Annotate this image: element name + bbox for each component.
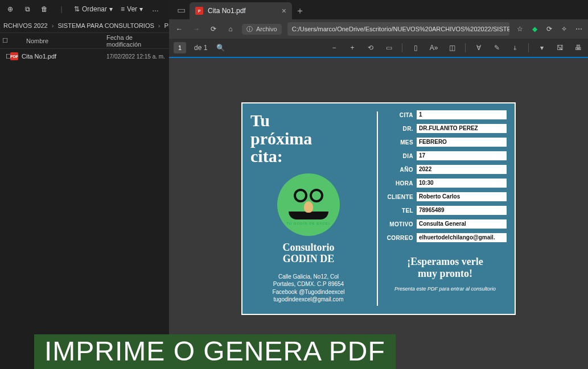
pdf-page: Tupróximacita: TU GODÍN DE EXCEL Consult… xyxy=(242,103,515,314)
crumb[interactable]: SISTEMA PARA CONSULTORIOS xyxy=(57,22,154,29)
logo: TU GODÍN DE EXCEL xyxy=(277,173,340,236)
addr-line: Portales, CDMX. C.P 89654 xyxy=(272,280,344,288)
info-icon: ⓘ xyxy=(246,25,253,34)
file-explorer: ⊕ ⧉ 🗑 | ⇅ Ordenar ▾ ≡ Ver ▾ … RCHIVOS 20… xyxy=(0,0,169,369)
breadcrumb[interactable]: RCHIVOS 2022 › SISTEMA PARA CONSULTORIOS… xyxy=(0,18,169,33)
refresh-icon[interactable]: ⟳ xyxy=(208,25,219,33)
field-value: 1 xyxy=(417,110,507,119)
tab[interactable]: P Cita No1.pdf × xyxy=(190,2,292,19)
erase-icon[interactable]: ⫰ xyxy=(510,44,520,52)
divider xyxy=(465,43,466,52)
read-aloud-icon[interactable]: A» xyxy=(429,44,439,52)
closing-message: ¡Esperamos verlemuy pronto! xyxy=(384,256,507,279)
highlight-icon[interactable]: ✎ xyxy=(492,44,502,52)
field-label: MES xyxy=(384,139,417,146)
field-value: Roberto Carlos xyxy=(417,192,507,201)
scheme-label: Archivo xyxy=(256,26,277,32)
pdf-toolbar: 1 de 1 🔍 − + ⟲ ▭ ▯ A» ◫ ∀ ✎ ⫰ ▾ 🖫 🖶 xyxy=(169,39,588,58)
chevron-down-icon: ▾ xyxy=(109,5,113,13)
field-label: AÑO xyxy=(384,167,417,173)
more-menu[interactable]: … xyxy=(151,5,160,13)
forward-icon[interactable]: → xyxy=(191,25,202,33)
field-label: MOTIVO xyxy=(384,221,417,227)
chevron-right-icon: › xyxy=(158,22,161,29)
field-label: DIA xyxy=(384,153,417,159)
shield-icon[interactable]: ◆ xyxy=(530,25,539,33)
more-icon[interactable]: ⋯ xyxy=(574,25,583,33)
field-label: CITA xyxy=(384,112,417,118)
layout-icon[interactable]: ◫ xyxy=(447,44,457,52)
mustache-icon xyxy=(289,212,328,219)
field-row: MESFEBRERO xyxy=(384,138,507,147)
back-icon[interactable]: ← xyxy=(174,25,185,33)
print-icon[interactable]: 🖶 xyxy=(573,44,583,52)
column-modified[interactable]: Fecha de modificación xyxy=(106,34,169,48)
page-count: de 1 xyxy=(194,44,207,52)
copy-icon[interactable]: ⧉ xyxy=(23,5,32,13)
addr-line: Calle Galicia, No12, Col xyxy=(272,273,344,281)
field-row: CLIENTERoberto Carlos xyxy=(384,192,507,201)
list-header: ☐ Nombre Fecha de modificación xyxy=(0,33,169,49)
zoom-out-icon[interactable]: − xyxy=(329,44,339,52)
file-row[interactable]: ☐ PDF Cita No1.pdf 17/02/2022 12:15 a. m… xyxy=(0,49,169,64)
logo-text: TU GODÍN DE EXCEL xyxy=(286,222,331,225)
field-label: HORA xyxy=(384,180,417,186)
draw-icon[interactable]: ∀ xyxy=(474,44,484,52)
delete-icon[interactable]: 🗑 xyxy=(40,5,49,13)
page-view-icon[interactable]: ▯ xyxy=(410,44,421,52)
zoom-in-icon[interactable]: + xyxy=(347,44,357,52)
field-row: CITA1 xyxy=(384,110,507,119)
sort-menu[interactable]: ⇅ Ordenar ▾ xyxy=(74,5,113,13)
addr-right-icons: ☆ ◆ ⟳ ✧ ⋯ xyxy=(515,25,583,33)
pdf-icon: P xyxy=(195,7,203,15)
checkbox-icon[interactable]: ☐ xyxy=(6,53,10,60)
headline: Tupróximacita: xyxy=(250,111,312,165)
glasses-icon xyxy=(294,189,323,202)
close-icon[interactable]: × xyxy=(282,6,286,15)
new-icon[interactable]: ⊕ xyxy=(6,5,15,13)
vertical-divider xyxy=(377,111,378,306)
address-block: Calle Galicia, No12, Col Portales, CDMX.… xyxy=(272,273,344,304)
save-icon[interactable]: 🖫 xyxy=(555,44,565,52)
window-menu-icon[interactable]: ▭ xyxy=(172,0,190,19)
divider xyxy=(528,43,529,52)
column-name[interactable]: Nombre xyxy=(10,38,106,44)
field-row: HORA10:30 xyxy=(384,179,507,188)
field-value: elhuertodelchilango@gmail. xyxy=(417,233,507,242)
footer-note: Presenta este PDF para entrar al consult… xyxy=(384,286,507,292)
field-row: DIA17 xyxy=(384,151,507,160)
page-input[interactable]: 1 xyxy=(174,42,186,53)
tab-bar: ▭ P Cita No1.pdf × ＋ xyxy=(169,0,588,19)
divider xyxy=(402,43,402,52)
text-icon[interactable]: ▾ xyxy=(537,44,547,52)
field-value: Consulta General xyxy=(417,219,507,229)
pdf-canvas[interactable]: Tupróximacita: TU GODÍN DE EXCEL Consult… xyxy=(169,58,588,369)
field-row: MOTIVOConsulta General xyxy=(384,219,507,229)
field-label: CLIENTE xyxy=(384,194,417,200)
url-text: C:/Users/marco/OneDrive/Escritorio/NUEVO… xyxy=(292,26,509,32)
checkbox-icon[interactable]: ☐ xyxy=(0,37,10,44)
fields-list: CITA1DR.DR.FULANITO PEREZMESFEBRERODIA17… xyxy=(384,110,507,247)
view-label: Ver xyxy=(127,5,137,13)
video-caption: IMPRIME O GENERA PDF xyxy=(34,334,396,369)
field-value: 17 xyxy=(417,151,507,160)
pdf-icon: PDF xyxy=(10,52,18,60)
crumb[interactable]: PDFCitas xyxy=(165,22,169,29)
sort-label: Ordenar xyxy=(82,5,107,13)
fit-page-icon[interactable]: ▭ xyxy=(384,44,394,52)
collections-icon[interactable]: ✧ xyxy=(560,25,569,33)
address-bar: ← → ⟳ ⌂ ⓘ Archivo C:/Users/marco/OneDriv… xyxy=(169,19,588,39)
home-icon[interactable]: ⌂ xyxy=(225,25,236,33)
rotate-icon[interactable]: ⟲ xyxy=(365,44,376,52)
field-row: TEL78965489 xyxy=(384,206,507,215)
field-label: CORREO xyxy=(384,235,417,241)
scheme-pill[interactable]: ⓘ Archivo xyxy=(242,24,282,35)
view-menu[interactable]: ≡ Ver ▾ xyxy=(121,5,143,13)
sync-icon[interactable]: ⟳ xyxy=(545,25,554,33)
crumb[interactable]: RCHIVOS 2022 xyxy=(3,22,48,29)
favorite-icon[interactable]: ☆ xyxy=(515,25,524,33)
new-tab-button[interactable]: ＋ xyxy=(292,2,308,19)
search-icon[interactable]: 🔍 xyxy=(215,44,225,52)
field-row: AÑO2022 xyxy=(384,165,507,174)
url-field[interactable]: C:/Users/marco/OneDrive/Escritorio/NUEVO… xyxy=(287,22,509,36)
